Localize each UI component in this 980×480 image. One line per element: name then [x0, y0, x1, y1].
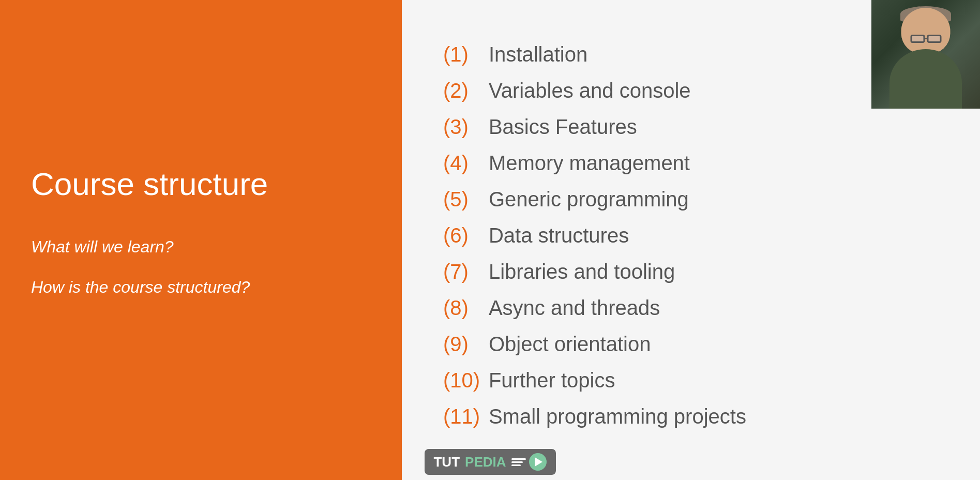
subtitle-2: How is the course structured? — [31, 275, 371, 299]
course-item: (10)Further topics — [443, 367, 939, 394]
lines-icon — [511, 458, 526, 466]
course-item: (11)Small programming projects — [443, 403, 939, 430]
item-number: (3) — [443, 113, 485, 140]
line-bar-3 — [511, 464, 521, 466]
presenter-video — [871, 0, 980, 109]
person-head — [901, 8, 951, 54]
line-bar-1 — [511, 458, 526, 460]
item-text: Libraries and tooling — [489, 258, 675, 285]
play-icon-container — [511, 453, 547, 471]
item-number: (7) — [443, 258, 485, 285]
course-item: (4)Memory management — [443, 149, 939, 176]
item-number: (8) — [443, 294, 485, 321]
item-number: (1) — [443, 41, 485, 68]
item-number: (4) — [443, 149, 485, 176]
person-glasses — [910, 35, 941, 43]
item-text: Generic programming — [489, 186, 689, 213]
tut-text: TUT — [433, 454, 460, 470]
tutpedia-watermark: TUT PEDIA — [424, 449, 555, 475]
item-number: (6) — [443, 222, 485, 249]
course-item: (3)Basics Features — [443, 113, 939, 140]
item-text: Further topics — [489, 367, 615, 394]
course-item: (7)Libraries and tooling — [443, 258, 939, 285]
item-number: (5) — [443, 186, 485, 213]
course-item: (5)Generic programming — [443, 186, 939, 213]
pedia-text: PEDIA — [465, 454, 506, 470]
person-body — [889, 49, 962, 109]
item-number: (11) — [443, 403, 485, 430]
glass-right — [927, 35, 941, 43]
glass-bridge — [924, 38, 928, 39]
course-item: (9)Object orientation — [443, 331, 939, 357]
item-text: Variables and console — [489, 77, 691, 104]
item-number: (10) — [443, 367, 485, 394]
item-text: Async and threads — [489, 294, 660, 321]
item-text: Object orientation — [489, 331, 651, 357]
line-bar-2 — [511, 461, 523, 463]
course-title: Course structure — [31, 165, 371, 203]
item-number: (9) — [443, 331, 485, 357]
item-text: Memory management — [489, 149, 690, 176]
course-item: (2)Variables and console — [443, 77, 939, 104]
subtitle-1: What will we learn? — [31, 234, 371, 259]
left-panel: Course structure What will we learn? How… — [0, 0, 402, 480]
item-text: Installation — [489, 41, 587, 68]
course-item: (8)Async and threads — [443, 294, 939, 321]
course-item: (6)Data structures — [443, 222, 939, 249]
glass-left — [910, 35, 925, 43]
item-number: (2) — [443, 77, 485, 104]
play-triangle-icon — [535, 457, 542, 467]
item-text: Basics Features — [489, 113, 637, 140]
course-list: (1)Installation(2)Variables and console(… — [443, 41, 939, 439]
item-text: Data structures — [489, 222, 629, 249]
course-item: (1)Installation — [443, 41, 939, 68]
item-text: Small programming projects — [489, 403, 746, 430]
webcam-overlay — [871, 0, 980, 109]
play-button-icon[interactable] — [529, 453, 547, 471]
